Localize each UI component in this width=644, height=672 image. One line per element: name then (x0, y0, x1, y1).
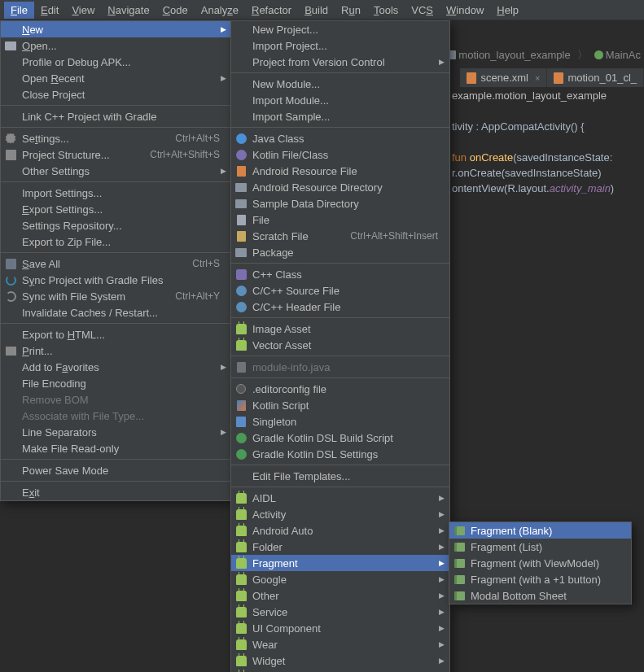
separator (1, 181, 231, 182)
menu-aidl[interactable]: AIDL▶ (231, 490, 449, 506)
menu-close-project[interactable]: Close Project (1, 86, 231, 103)
scratch-icon (237, 231, 246, 242)
menu-other[interactable]: Other▶ (231, 587, 449, 604)
menu-export-zip[interactable]: Export to Zip File... (1, 233, 231, 250)
menu-remove-bom: Remove BOM (1, 391, 231, 408)
menu-new-module[interactable]: New Module... (231, 76, 449, 92)
menu-editorconfig[interactable]: .editorconfig file (231, 381, 449, 397)
menu-settings-repo[interactable]: Settings Repository... (1, 217, 231, 233)
menubar-view[interactable]: View (65, 2, 101, 19)
menu-project-vcs[interactable]: Project from Version Control▶ (231, 54, 449, 70)
menu-vector-asset[interactable]: Vector Asset (231, 337, 449, 353)
menu-wear[interactable]: Wear▶ (231, 636, 449, 652)
menu-sync-fs[interactable]: Sync with File SystemCtrl+Alt+Y (1, 288, 231, 304)
menu-file-encoding[interactable]: File Encoding (1, 375, 231, 391)
menu-open[interactable]: Open... (1, 37, 231, 54)
menu-activity[interactable]: Activity▶ (231, 506, 449, 522)
separator (1, 323, 231, 324)
menu-fragment-viewmodel[interactable]: Fragment (with ViewModel) (449, 555, 631, 571)
menu-sync-gradle[interactable]: Sync Project with Gradle Files (1, 272, 231, 288)
menu-link-cpp[interactable]: Link C++ Project with Gradle (1, 108, 231, 124)
menu-widget[interactable]: Widget▶ (231, 652, 449, 669)
menu-fragment[interactable]: Fragment▶ (231, 555, 449, 571)
menu-android-res-file[interactable]: Android Resource File (231, 163, 449, 179)
kotlin-script-icon (237, 400, 246, 411)
fragment-icon (454, 543, 465, 552)
menu-kotlin-file[interactable]: Kotlin File/Class (231, 146, 449, 163)
save-icon (6, 259, 16, 269)
menu-folder[interactable]: Folder▶ (231, 539, 449, 555)
menu-fragment-blank[interactable]: Fragment (Blank) (449, 522, 631, 539)
menu-c-source[interactable]: C/C++ Source File (231, 282, 449, 299)
menu-export-html[interactable]: Export to HTML... (1, 326, 231, 343)
fragment-icon (454, 526, 465, 535)
code-editor[interactable]: example.motion_layout_example tivity : A… (452, 88, 644, 196)
menu-singleton[interactable]: Singleton (231, 413, 449, 430)
menu-c-header[interactable]: C/C++ Header File (231, 299, 449, 315)
breadcrumb: 〉 motion_layout_example 〉 MainAc (427, 47, 644, 63)
android-icon (236, 623, 247, 634)
menu-print[interactable]: Print... (1, 343, 231, 359)
menu-service[interactable]: Service▶ (231, 604, 449, 620)
menu-xml[interactable]: XML▶ (231, 669, 449, 672)
menu-modal-bottom-sheet[interactable]: Modal Bottom Sheet (449, 587, 631, 604)
menubar-analyze[interactable]: Analyze (195, 2, 245, 19)
menu-sample-data-dir[interactable]: Sample Data Directory (231, 195, 449, 212)
menu-kotlin-script[interactable]: Kotlin Script (231, 397, 449, 413)
menubar-help[interactable]: Help (490, 2, 525, 19)
menu-profile-apk[interactable]: Profile or Debug APK... (1, 54, 231, 70)
menu-invalidate-caches[interactable]: Invalidate Caches / Restart... (1, 304, 231, 321)
menu-line-separators[interactable]: Line Separators▶ (1, 424, 231, 440)
menu-fragment-list[interactable]: Fragment (List) (449, 539, 631, 555)
menu-add-favorites[interactable]: Add to Favorites▶ (1, 359, 231, 375)
menubar-navigate[interactable]: Navigate (101, 2, 156, 19)
menu-new-project[interactable]: New Project... (231, 21, 449, 37)
menubar-vcs[interactable]: VCS (405, 2, 440, 19)
menu-gradle-settings[interactable]: Gradle Kotlin DSL Settings (231, 446, 449, 462)
menu-gradle-build-script[interactable]: Gradle Kotlin DSL Build Script (231, 430, 449, 446)
menu-import-settings[interactable]: Import Settings... (1, 185, 231, 201)
code-line: r.onCreate(savedInstanceState) (452, 165, 644, 181)
menu-google[interactable]: Google▶ (231, 571, 449, 587)
menu-android-auto[interactable]: Android Auto▶ (231, 522, 449, 539)
tab-scene[interactable]: scene.xml× (460, 68, 547, 87)
menu-power-save[interactable]: Power Save Mode (1, 462, 231, 478)
menu-new[interactable]: New▶ (1, 21, 231, 37)
menubar-build[interactable]: Build (298, 2, 335, 19)
menubar-tools[interactable]: Tools (367, 2, 405, 19)
menubar-code[interactable]: Code (156, 2, 195, 19)
menubar-run[interactable]: Run (335, 2, 367, 19)
xml-icon (237, 166, 246, 177)
breadcrumb-folder[interactable]: motion_layout_example (441, 47, 573, 63)
menu-export-settings[interactable]: Export Settings... (1, 201, 231, 217)
menu-settings[interactable]: Settings...Ctrl+Alt+S (1, 130, 231, 146)
menu-scratch-file[interactable]: Scratch FileCtrl+Alt+Shift+Insert (231, 228, 449, 244)
menu-file[interactable]: File (231, 212, 449, 228)
menu-other-settings[interactable]: Other Settings▶ (1, 163, 231, 179)
menubar-refactor[interactable]: Refactor (245, 2, 298, 19)
menu-save-all[interactable]: Save AllCtrl+S (1, 255, 231, 272)
menu-java-class[interactable]: Java Class (231, 130, 449, 146)
menu-import-module[interactable]: Import Module... (231, 92, 449, 108)
file-icon (237, 215, 246, 225)
close-icon[interactable]: × (535, 73, 540, 83)
menu-cpp-class[interactable]: C++ Class (231, 266, 449, 282)
separator (231, 487, 449, 487)
menu-android-res-dir[interactable]: Android Resource Directory (231, 179, 449, 195)
menu-fragment-plus[interactable]: Fragment (with a +1 button) (449, 571, 631, 587)
menubar-edit[interactable]: Edit (34, 2, 65, 19)
menu-package[interactable]: Package (231, 244, 449, 260)
breadcrumb-file[interactable]: MainAc (591, 47, 644, 63)
menu-import-sample[interactable]: Import Sample... (231, 108, 449, 124)
menu-edit-file-templates[interactable]: Edit File Templates... (231, 468, 449, 484)
menu-open-recent[interactable]: Open Recent▶ (1, 70, 231, 86)
menu-exit[interactable]: Exit (1, 484, 231, 500)
tab-motion[interactable]: motion_01_cl_ (547, 68, 644, 87)
menu-make-readonly[interactable]: Make File Read-only (1, 440, 231, 456)
menu-image-asset[interactable]: Image Asset (231, 321, 449, 337)
menu-import-project[interactable]: Import Project... (231, 37, 449, 54)
menu-ui-component[interactable]: UI Component▶ (231, 620, 449, 636)
menubar-window[interactable]: Window (440, 2, 490, 19)
menubar-file[interactable]: File (4, 2, 34, 19)
menu-project-structure[interactable]: Project Structure...Ctrl+Alt+Shift+S (1, 146, 231, 163)
